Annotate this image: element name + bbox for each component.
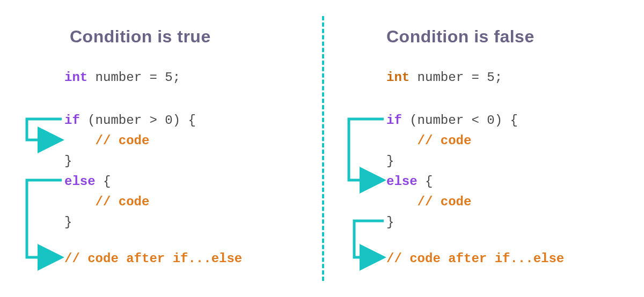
- flow-arrows-left: [0, 0, 322, 297]
- arrow-if-to-else: [349, 119, 384, 180]
- flow-arrows-right: [322, 0, 644, 297]
- arrow-if-to-body: [27, 119, 62, 140]
- arrow-skip-else-to-after: [27, 180, 62, 257]
- panel-condition-false: Condition is false int number = 5; if (n…: [322, 0, 644, 297]
- panel-condition-true: Condition is true int number = 5; if (nu…: [0, 0, 322, 297]
- arrow-else-end-to-after: [354, 221, 384, 257]
- diagram-canvas: Condition is true int number = 5; if (nu…: [0, 0, 644, 297]
